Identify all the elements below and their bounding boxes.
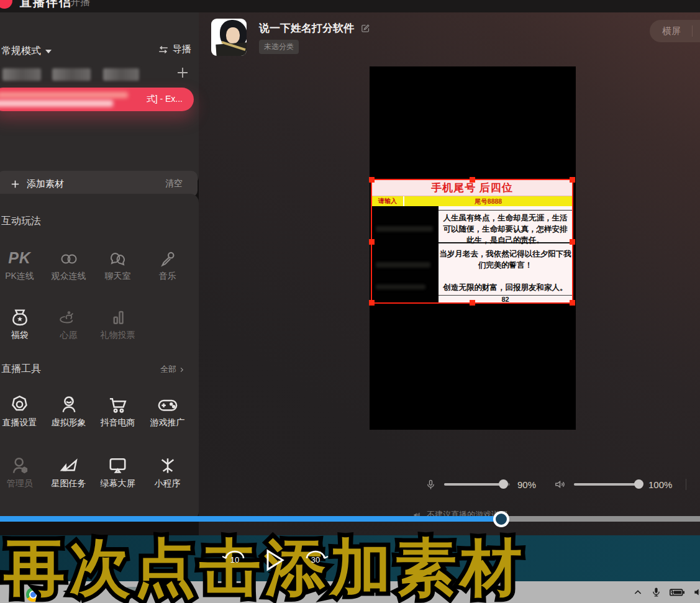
app-logo-text: 直播伴侣	[20, 0, 72, 11]
feature-pk-link[interactable]: PK PK连线	[0, 243, 44, 282]
avatar	[211, 19, 247, 56]
stream-preview[interactable]: 手机尾号 后四位 请输入 尾号8888 人生虽有终点，生命却是无	[370, 66, 576, 430]
edit-title-icon[interactable]	[360, 23, 371, 34]
resize-handle-n[interactable]	[470, 177, 475, 183]
rewind-10-button[interactable]: 10	[221, 548, 248, 576]
tool-douyin-shop[interactable]: 抖音电商	[93, 390, 142, 428]
director-label[interactable]: 导播	[173, 43, 191, 55]
switch-arrows-icon	[158, 45, 169, 54]
feature-gift-vote[interactable]: 礼物投票	[93, 302, 142, 341]
table-text-column: 人生虽有终点，生命却是无涯，生活可以随便，生命却要认真，怎样安排此生，是自己的责…	[439, 206, 572, 302]
table-score: 82	[439, 295, 572, 303]
rewind-10-label: 10	[221, 555, 248, 564]
pk-icon: PK	[0, 243, 44, 268]
table-row-2: 当岁月老去，我依然记得以往夕阳下我们完美的誓言！	[439, 245, 572, 278]
redacted-scene-tab[interactable]	[103, 68, 139, 81]
source-item-text: 式] - Ex...	[147, 94, 183, 105]
clear-button[interactable]: 清空	[165, 178, 183, 189]
redacted-source-name	[0, 92, 128, 98]
director-button[interactable]: 导播	[158, 43, 191, 55]
tools-all-link[interactable]: 全部	[160, 364, 185, 375]
interactive-section-title: 互动玩法	[1, 215, 41, 228]
orientation-toggle[interactable]: 横屏	[650, 20, 700, 42]
redacted-scene-tab[interactable]	[52, 68, 91, 81]
mode-selector[interactable]: 常规模式	[1, 45, 52, 58]
category-badge[interactable]: 未选分类	[259, 40, 299, 54]
add-material-button[interactable]: 添加素材 清空	[0, 171, 198, 197]
star-map-icon	[44, 451, 93, 476]
tool-game-promo[interactable]: 游戏推广	[143, 390, 192, 428]
add-material-label: 添加素材	[27, 178, 64, 190]
tool-virtual-avatar[interactable]: 虚拟形象	[44, 390, 93, 428]
live-title: 说一下姓名打分软件	[259, 21, 354, 35]
resize-handle-sw[interactable]	[369, 300, 375, 306]
live-settings-icon	[0, 390, 44, 415]
table-row-sliver	[439, 206, 572, 211]
magic-lamp-icon	[44, 302, 93, 327]
tool-star-map[interactable]: 星图任务	[44, 451, 93, 489]
table-input-label: 请输入	[372, 196, 404, 206]
add-scene-icon[interactable]	[175, 65, 190, 80]
video-progress-bar[interactable]	[0, 516, 700, 522]
shopping-cart-icon	[93, 390, 142, 415]
feature-lucky-bag[interactable]: 福袋	[0, 302, 44, 341]
orientation-label[interactable]: 横屏	[662, 25, 681, 37]
score-table: 手机尾号 后四位 请输入 尾号8888 人生虽有终点，生命却是无	[372, 180, 572, 302]
mic-volume-thumb[interactable]	[499, 479, 508, 489]
redacted-scene-tab[interactable]	[2, 68, 41, 81]
feature-chatroom[interactable]: 聊天室	[93, 243, 142, 282]
video-subtitle: 再次点击添加素材	[0, 525, 700, 603]
feature-music[interactable]: 音乐	[143, 243, 192, 282]
feature-wish[interactable]: 心愿	[44, 302, 93, 341]
speaker-volume-value: 100%	[648, 479, 672, 490]
selected-source-frame[interactable]: 手机尾号 后四位 请输入 尾号8888 人生虽有终点，生命却是无	[371, 179, 573, 304]
linked-rings-icon	[44, 243, 93, 268]
lucky-bag-icon	[0, 302, 44, 327]
app-logo-icon	[0, 0, 12, 9]
redacted-column	[372, 206, 439, 302]
resize-handle-se[interactable]	[570, 300, 575, 306]
selected-source-item[interactable]: 式] - Ex...	[0, 88, 194, 111]
bar-chart-icon	[93, 302, 142, 327]
tool-mini-program[interactable]: 小程序	[143, 451, 192, 489]
table-tail-value: 尾号8888	[404, 196, 572, 206]
tools-section-title: 直播工具	[1, 363, 41, 376]
mini-program-icon	[143, 451, 192, 476]
tab-broadcast[interactable]: 开播	[70, 0, 90, 9]
plus-icon	[10, 179, 20, 189]
admin-person-icon	[0, 451, 44, 476]
resize-handle-s[interactable]	[470, 300, 475, 306]
virtual-avatar-icon	[44, 390, 93, 415]
bottom-controls: 90% 100% 5	[410, 469, 700, 500]
tool-admin[interactable]: 管理员	[0, 451, 44, 489]
video-progress-fill	[0, 516, 497, 522]
app-topbar: 直播伴侣 开播	[0, 0, 700, 12]
speaker-icon[interactable]	[553, 478, 566, 491]
mic-volume-slider[interactable]	[444, 483, 510, 486]
speaker-volume-thumb[interactable]	[634, 479, 643, 489]
mode-label[interactable]: 常规模式	[1, 45, 41, 58]
resize-handle-w[interactable]	[369, 239, 375, 245]
resize-handle-ne[interactable]	[570, 177, 575, 183]
chat-bubbles-icon	[93, 243, 142, 268]
table-row-3: 创造无限的财富，回报朋友和家人。	[439, 278, 572, 295]
play-button[interactable]	[263, 548, 286, 573]
table-row-1: 人生虽有终点，生命却是无涯，生活可以随便，生命却要认真，怎样安排此生，是自己的责…	[439, 211, 572, 243]
screen: 说一下姓名打分软件 未选分类 横屏 手机尾号 后四位 请输入 尾号8888	[0, 0, 700, 603]
live-companion-window: 说一下姓名打分软件 未选分类 横屏 手机尾号 后四位 请输入 尾号8888	[0, 0, 700, 535]
table-input-row: 请输入 尾号8888	[372, 196, 572, 206]
forward-30-button[interactable]: 30	[302, 548, 329, 576]
microphone-icon[interactable]	[425, 478, 437, 491]
caret-down-icon	[45, 50, 52, 53]
tool-live-settings[interactable]: 直播设置	[0, 390, 44, 428]
redacted-source-name	[0, 100, 113, 107]
tool-green-screen[interactable]: 绿幕大屏	[93, 451, 142, 489]
resize-handle-nw[interactable]	[369, 177, 375, 183]
microphone-music-icon	[143, 243, 192, 268]
main-canvas: 说一下姓名打分软件 未选分类 横屏 手机尾号 后四位 请输入 尾号8888	[199, 12, 700, 535]
mic-volume-value: 90%	[517, 479, 536, 490]
speaker-volume-slider[interactable]	[574, 483, 641, 486]
resize-handle-e[interactable]	[570, 239, 575, 245]
sidebar-sources-panel: 常规模式 导播 式] - Ex... 添加素材	[0, 12, 199, 185]
feature-audience-link[interactable]: 观众连线	[44, 243, 93, 282]
